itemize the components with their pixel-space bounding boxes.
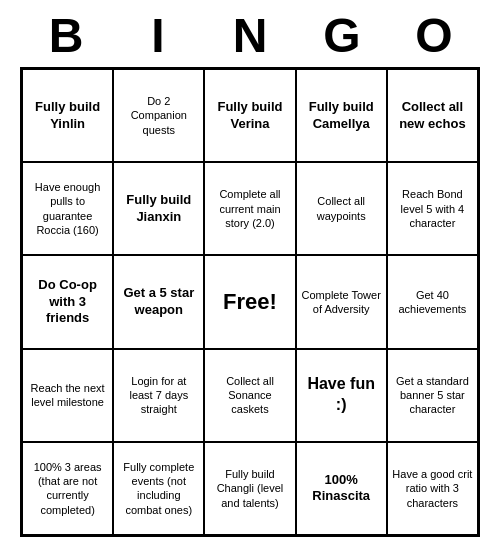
bingo-cell-15: Reach the next level milestone [22, 349, 113, 442]
bingo-cell-7: Complete all current main story (2.0) [204, 162, 295, 255]
bingo-cell-5: Have enough pulls to guarantee Roccia (1… [22, 162, 113, 255]
bingo-cell-1: Do 2 Companion quests [113, 69, 204, 162]
bingo-cell-4: Collect all new echos [387, 69, 478, 162]
bingo-cell-13: Complete Tower of Adversity [296, 255, 387, 348]
bingo-cell-11: Get a 5 star weapon [113, 255, 204, 348]
title-letter: O [394, 8, 474, 63]
bingo-cell-2: Fully build Verina [204, 69, 295, 162]
bingo-cell-16: Login for at least 7 days straight [113, 349, 204, 442]
bingo-cell-3: Fully build Camellya [296, 69, 387, 162]
bingo-cell-10: Do Co-op with 3 friends [22, 255, 113, 348]
bingo-cell-22: Fully build Changli (level and talents) [204, 442, 295, 535]
title-letter: B [26, 8, 106, 63]
bingo-title: BINGO [20, 0, 480, 67]
bingo-cell-21: Fully complete events (not including com… [113, 442, 204, 535]
bingo-cell-12: Free! [204, 255, 295, 348]
bingo-cell-9: Reach Bond level 5 with 4 character [387, 162, 478, 255]
bingo-cell-8: Collect all waypoints [296, 162, 387, 255]
title-letter: I [118, 8, 198, 63]
bingo-cell-17: Collect all Sonance caskets [204, 349, 295, 442]
bingo-cell-14: Get 40 achievements [387, 255, 478, 348]
bingo-grid: Fully build YinlinDo 2 Companion questsF… [20, 67, 480, 537]
title-letter: G [302, 8, 382, 63]
bingo-cell-23: 100% Rinascita [296, 442, 387, 535]
bingo-cell-0: Fully build Yinlin [22, 69, 113, 162]
title-letter: N [210, 8, 290, 63]
bingo-cell-24: Have a good crit ratio with 3 characters [387, 442, 478, 535]
bingo-cell-6: Fully build Jianxin [113, 162, 204, 255]
bingo-cell-19: Get a standard banner 5 star character [387, 349, 478, 442]
bingo-cell-20: 100% 3 areas (that are not currently com… [22, 442, 113, 535]
bingo-cell-18: Have fun :) [296, 349, 387, 442]
